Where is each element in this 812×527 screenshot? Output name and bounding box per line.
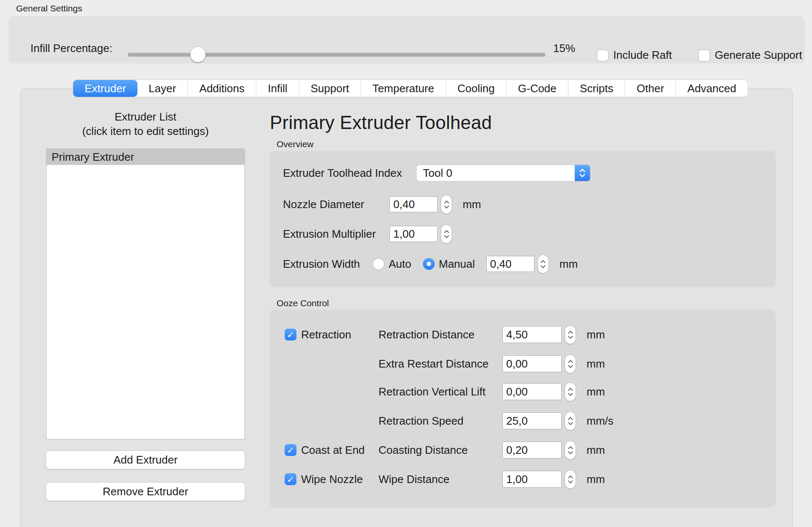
- checkbox-label: Include Raft: [613, 49, 672, 62]
- coasting-distance-stepper[interactable]: [565, 441, 576, 459]
- extrusion-width-label: Extrusion Width: [283, 258, 373, 271]
- coast-at-end-row: ✓ Coast at End Coasting Distance mm: [285, 441, 605, 459]
- page-title: Primary Extruder Toolhead: [270, 112, 492, 133]
- dropdown-selected-value: Tool 0: [417, 167, 452, 180]
- checkbox-box: ✓: [285, 473, 296, 485]
- retraction-distance-unit: mm: [587, 328, 605, 341]
- overview-section-label: Overview: [277, 139, 314, 149]
- tab-advanced[interactable]: Advanced: [676, 80, 748, 97]
- extruder-listbox: Primary Extruder: [46, 148, 245, 439]
- coasting-distance-label: Coasting Distance: [379, 444, 502, 457]
- extruder-list-subtitle: (click item to edit settings): [46, 125, 245, 138]
- ooze-control-groupbox: ✓ Retraction Retraction Distance mm Extr…: [270, 310, 776, 508]
- coasting-distance-input[interactable]: [502, 442, 562, 458]
- settings-tab-bar: Extruder Layer Additions Infill Support …: [73, 80, 748, 97]
- extrusion-multiplier-row: Extrusion Multiplier: [283, 225, 452, 243]
- extrusion-multiplier-stepper[interactable]: [441, 225, 452, 243]
- toolhead-index-dropdown[interactable]: Tool 0: [417, 165, 590, 181]
- coast-at-end-checkbox[interactable]: ✓ Coast at End: [285, 444, 379, 457]
- extra-restart-distance-input[interactable]: [502, 355, 562, 372]
- extrusion-multiplier-label: Extrusion Multiplier: [283, 228, 390, 241]
- tab-scripts[interactable]: Scripts: [568, 80, 625, 97]
- tab-temperature[interactable]: Temperature: [361, 80, 446, 97]
- nozzle-diameter-unit: mm: [463, 198, 481, 211]
- retraction-checkbox[interactable]: ✓ Retraction: [285, 328, 379, 341]
- infill-percentage-label: Infill Percentage:: [30, 42, 112, 55]
- coasting-distance-unit: mm: [587, 444, 605, 457]
- remove-extruder-button[interactable]: Remove Extruder: [46, 483, 245, 501]
- slider-handle[interactable]: [190, 47, 206, 62]
- retraction-speed-unit: mm/s: [587, 414, 614, 428]
- radio-label: Manual: [439, 258, 475, 271]
- extra-restart-distance-label: Extra Restart Distance: [379, 357, 502, 371]
- wipe-nozzle-checkbox[interactable]: ✓ Wipe Nozzle: [285, 473, 379, 486]
- check-icon: ✓: [287, 475, 294, 484]
- retraction-vertical-lift-unit: mm: [587, 385, 605, 398]
- extra-restart-distance-unit: mm: [587, 357, 605, 371]
- extrusion-width-manual-radio[interactable]: Manual: [423, 258, 475, 271]
- checkbox-label: Generate Support: [715, 49, 802, 62]
- dropdown-arrows-icon: [575, 165, 590, 181]
- extrusion-width-auto-radio[interactable]: Auto: [373, 258, 411, 271]
- retraction-vertical-lift-row: Retraction Vertical Lift mm: [285, 382, 605, 401]
- tab-layer[interactable]: Layer: [137, 80, 188, 97]
- retraction-vertical-lift-stepper[interactable]: [565, 383, 576, 401]
- retraction-speed-row: Retraction Speed mm/s: [285, 412, 614, 430]
- extrusion-width-input[interactable]: [486, 256, 535, 272]
- extrusion-width-row: Extrusion Width Auto Manual mm: [283, 255, 578, 273]
- infill-percentage-slider[interactable]: [128, 53, 546, 57]
- checkbox-box: ✓: [285, 444, 296, 456]
- toolhead-index-label: Extruder Toolhead Index: [283, 167, 417, 180]
- wipe-distance-unit: mm: [587, 473, 605, 486]
- include-raft-checkbox[interactable]: Include Raft: [597, 49, 672, 62]
- nozzle-diameter-input[interactable]: [390, 196, 438, 212]
- extrusion-multiplier-input[interactable]: [390, 226, 438, 242]
- checkbox-box: [597, 49, 609, 61]
- settings-window: General Settings Infill Percentage: 15% …: [0, 0, 812, 527]
- wipe-distance-label: Wipe Distance: [379, 473, 502, 486]
- tab-extruder[interactable]: Extruder: [73, 80, 137, 97]
- toolhead-index-row: Extruder Toolhead Index Tool 0: [283, 164, 590, 182]
- tab-other[interactable]: Other: [625, 80, 676, 97]
- retraction-vertical-lift-input[interactable]: [502, 383, 562, 400]
- infill-percentage-value: 15%: [553, 42, 575, 55]
- general-settings-section-label: General Settings: [16, 3, 82, 14]
- ooze-control-section-label: Ooze Control: [277, 298, 329, 308]
- check-icon: ✓: [287, 330, 294, 339]
- extra-restart-distance-row: Extra Restart Distance mm: [285, 354, 605, 373]
- list-item-primary-extruder[interactable]: Primary Extruder: [47, 149, 244, 165]
- tab-additions[interactable]: Additions: [188, 80, 256, 97]
- wipe-nozzle-row: ✓ Wipe Nozzle Wipe Distance mm: [285, 470, 605, 489]
- check-icon: ✓: [287, 446, 294, 455]
- general-settings-box: Infill Percentage: 15% Include Raft Gene…: [8, 16, 805, 63]
- retraction-speed-stepper[interactable]: [565, 412, 576, 430]
- radio-label: Auto: [389, 258, 411, 271]
- wipe-distance-stepper[interactable]: [565, 470, 576, 489]
- generate-support-checkbox[interactable]: Generate Support: [698, 49, 802, 62]
- extrusion-width-stepper[interactable]: [538, 255, 549, 273]
- tab-cooling[interactable]: Cooling: [446, 80, 507, 97]
- tab-infill[interactable]: Infill: [256, 80, 299, 97]
- extra-restart-distance-stepper[interactable]: [565, 355, 576, 373]
- radio-circle: [373, 258, 384, 270]
- tab-support[interactable]: Support: [299, 80, 361, 97]
- checkbox-box: [698, 49, 710, 61]
- checkbox-label: Coast at End: [301, 444, 365, 457]
- radio-circle: [423, 258, 435, 270]
- retraction-distance-stepper[interactable]: [565, 326, 576, 344]
- checkbox-label: Retraction: [301, 328, 351, 341]
- nozzle-diameter-row: Nozzle Diameter mm: [283, 195, 481, 214]
- retraction-row: ✓ Retraction Retraction Distance mm: [285, 325, 605, 344]
- retraction-distance-input[interactable]: [502, 326, 562, 343]
- nozzle-diameter-stepper[interactable]: [441, 195, 452, 214]
- tab-gcode[interactable]: G-Code: [507, 80, 568, 97]
- retraction-vertical-lift-label: Retraction Vertical Lift: [379, 385, 502, 398]
- add-extruder-button[interactable]: Add Extruder: [46, 451, 245, 469]
- nozzle-diameter-label: Nozzle Diameter: [283, 198, 390, 211]
- checkbox-label: Wipe Nozzle: [301, 473, 363, 486]
- extruder-list-title: Extruder List: [46, 110, 245, 124]
- extruder-settings-panel: Extruder List (click item to edit settin…: [20, 88, 793, 527]
- checkbox-box: ✓: [285, 329, 296, 340]
- retraction-speed-input[interactable]: [502, 412, 562, 429]
- wipe-distance-input[interactable]: [502, 471, 562, 488]
